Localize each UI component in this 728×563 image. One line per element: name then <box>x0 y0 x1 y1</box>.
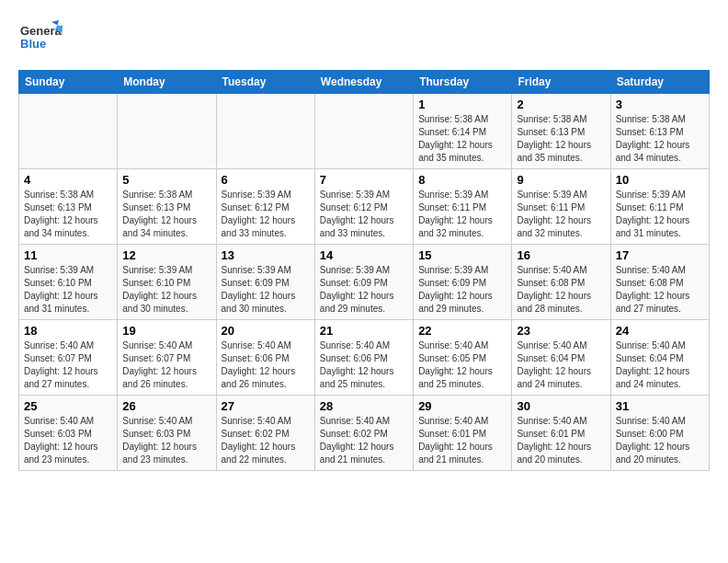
day-number: 5 <box>122 173 210 187</box>
day-info: Sunrise: 5:40 AM Sunset: 6:05 PM Dayligh… <box>418 339 506 391</box>
day-info: Sunrise: 5:40 AM Sunset: 6:02 PM Dayligh… <box>320 415 408 466</box>
day-number: 31 <box>616 399 704 413</box>
day-number: 25 <box>24 399 112 413</box>
calendar-cell: 2Sunrise: 5:38 AM Sunset: 6:13 PM Daylig… <box>512 94 610 169</box>
calendar-cell: 10Sunrise: 5:39 AM Sunset: 6:11 PM Dayli… <box>610 169 709 245</box>
day-info: Sunrise: 5:39 AM Sunset: 6:11 PM Dayligh… <box>517 189 605 240</box>
calendar-body: 1Sunrise: 5:38 AM Sunset: 6:14 PM Daylig… <box>19 94 710 471</box>
day-info: Sunrise: 5:38 AM Sunset: 6:14 PM Dayligh… <box>418 113 506 165</box>
day-number: 12 <box>122 248 210 262</box>
week-row-2: 4Sunrise: 5:38 AM Sunset: 6:13 PM Daylig… <box>19 169 710 245</box>
day-info: Sunrise: 5:39 AM Sunset: 6:11 PM Dayligh… <box>616 189 704 240</box>
day-info: Sunrise: 5:38 AM Sunset: 6:13 PM Dayligh… <box>122 189 210 240</box>
calendar-cell: 12Sunrise: 5:39 AM Sunset: 6:10 PM Dayli… <box>118 245 216 320</box>
day-number: 13 <box>222 248 310 262</box>
calendar-cell: 22Sunrise: 5:40 AM Sunset: 6:05 PM Dayli… <box>414 320 512 396</box>
calendar-cell: 8Sunrise: 5:39 AM Sunset: 6:11 PM Daylig… <box>414 169 512 245</box>
calendar-cell: 9Sunrise: 5:39 AM Sunset: 6:11 PM Daylig… <box>512 169 610 245</box>
header-row: SundayMondayTuesdayWednesdayThursdayFrid… <box>19 71 710 94</box>
calendar-cell: 28Sunrise: 5:40 AM Sunset: 6:02 PM Dayli… <box>314 396 413 471</box>
day-number: 1 <box>418 98 506 111</box>
calendar-cell: 14Sunrise: 5:39 AM Sunset: 6:09 PM Dayli… <box>314 245 413 320</box>
day-number: 17 <box>616 248 704 262</box>
calendar-cell: 24Sunrise: 5:40 AM Sunset: 6:04 PM Dayli… <box>610 320 709 396</box>
day-info: Sunrise: 5:40 AM Sunset: 6:07 PM Dayligh… <box>24 339 112 391</box>
day-number: 11 <box>24 248 112 262</box>
day-number: 2 <box>517 98 605 111</box>
calendar-cell: 15Sunrise: 5:39 AM Sunset: 6:09 PM Dayli… <box>414 245 512 320</box>
logo: General Blue <box>18 15 63 63</box>
day-number: 3 <box>616 98 704 111</box>
day-info: Sunrise: 5:39 AM Sunset: 6:09 PM Dayligh… <box>222 264 310 316</box>
day-info: Sunrise: 5:39 AM Sunset: 6:10 PM Dayligh… <box>122 264 210 316</box>
calendar-cell: 17Sunrise: 5:40 AM Sunset: 6:08 PM Dayli… <box>610 245 709 320</box>
day-number: 16 <box>517 248 605 262</box>
header-day-thursday: Thursday <box>414 71 512 94</box>
header-day-sunday: Sunday <box>19 71 118 94</box>
day-number: 21 <box>320 324 408 338</box>
calendar-cell: 21Sunrise: 5:40 AM Sunset: 6:06 PM Dayli… <box>314 320 413 396</box>
day-number: 29 <box>418 399 506 413</box>
day-info: Sunrise: 5:40 AM Sunset: 6:00 PM Dayligh… <box>616 415 704 466</box>
calendar-cell: 5Sunrise: 5:38 AM Sunset: 6:13 PM Daylig… <box>118 169 216 245</box>
calendar-cell: 6Sunrise: 5:39 AM Sunset: 6:12 PM Daylig… <box>216 169 314 245</box>
day-info: Sunrise: 5:40 AM Sunset: 6:04 PM Dayligh… <box>616 339 704 391</box>
calendar-header: SundayMondayTuesdayWednesdayThursdayFrid… <box>19 71 710 94</box>
day-info: Sunrise: 5:40 AM Sunset: 6:08 PM Dayligh… <box>517 264 605 316</box>
calendar-cell: 19Sunrise: 5:40 AM Sunset: 6:07 PM Dayli… <box>118 320 216 396</box>
day-info: Sunrise: 5:39 AM Sunset: 6:12 PM Dayligh… <box>320 189 408 240</box>
day-info: Sunrise: 5:40 AM Sunset: 6:02 PM Dayligh… <box>222 415 310 466</box>
calendar-cell: 26Sunrise: 5:40 AM Sunset: 6:03 PM Dayli… <box>118 396 216 471</box>
day-number: 10 <box>616 173 704 187</box>
day-number: 9 <box>517 173 605 187</box>
day-info: Sunrise: 5:38 AM Sunset: 6:13 PM Dayligh… <box>517 113 605 165</box>
calendar-cell: 25Sunrise: 5:40 AM Sunset: 6:03 PM Dayli… <box>19 396 118 471</box>
day-info: Sunrise: 5:39 AM Sunset: 6:12 PM Dayligh… <box>222 189 310 240</box>
calendar-cell: 31Sunrise: 5:40 AM Sunset: 6:00 PM Dayli… <box>610 396 709 471</box>
calendar-cell <box>19 94 118 169</box>
day-info: Sunrise: 5:39 AM Sunset: 6:11 PM Dayligh… <box>418 189 506 240</box>
day-info: Sunrise: 5:40 AM Sunset: 6:08 PM Dayligh… <box>616 264 704 316</box>
week-row-3: 11Sunrise: 5:39 AM Sunset: 6:10 PM Dayli… <box>19 245 710 320</box>
header-day-saturday: Saturday <box>610 71 709 94</box>
header-day-friday: Friday <box>512 71 610 94</box>
day-number: 30 <box>517 399 605 413</box>
header-day-tuesday: Tuesday <box>216 71 314 94</box>
day-info: Sunrise: 5:40 AM Sunset: 6:06 PM Dayligh… <box>320 339 408 391</box>
day-number: 22 <box>418 324 506 338</box>
day-number: 19 <box>122 324 210 338</box>
day-info: Sunrise: 5:38 AM Sunset: 6:13 PM Dayligh… <box>616 113 704 165</box>
calendar-cell: 7Sunrise: 5:39 AM Sunset: 6:12 PM Daylig… <box>314 169 413 245</box>
calendar-cell: 4Sunrise: 5:38 AM Sunset: 6:13 PM Daylig… <box>19 169 118 245</box>
day-number: 24 <box>616 324 704 338</box>
header-day-wednesday: Wednesday <box>314 71 413 94</box>
calendar-cell <box>314 94 413 169</box>
day-number: 4 <box>24 173 112 187</box>
calendar-cell: 20Sunrise: 5:40 AM Sunset: 6:06 PM Dayli… <box>216 320 314 396</box>
day-number: 18 <box>24 324 112 338</box>
day-info: Sunrise: 5:40 AM Sunset: 6:06 PM Dayligh… <box>222 339 310 391</box>
svg-text:Blue: Blue <box>20 37 46 51</box>
day-info: Sunrise: 5:40 AM Sunset: 6:04 PM Dayligh… <box>517 339 605 391</box>
day-info: Sunrise: 5:40 AM Sunset: 6:01 PM Dayligh… <box>517 415 605 466</box>
day-number: 8 <box>418 173 506 187</box>
logo-icon: General Blue <box>18 15 63 59</box>
calendar-cell: 29Sunrise: 5:40 AM Sunset: 6:01 PM Dayli… <box>414 396 512 471</box>
calendar-cell <box>118 94 216 169</box>
day-number: 14 <box>320 248 408 262</box>
calendar-cell: 11Sunrise: 5:39 AM Sunset: 6:10 PM Dayli… <box>19 245 118 320</box>
day-number: 7 <box>320 173 408 187</box>
day-number: 28 <box>320 399 408 413</box>
calendar-cell: 18Sunrise: 5:40 AM Sunset: 6:07 PM Dayli… <box>19 320 118 396</box>
header-day-monday: Monday <box>118 71 216 94</box>
day-number: 15 <box>418 248 506 262</box>
day-number: 6 <box>222 173 310 187</box>
calendar-table: SundayMondayTuesdayWednesdayThursdayFrid… <box>18 70 710 471</box>
day-info: Sunrise: 5:40 AM Sunset: 6:03 PM Dayligh… <box>122 415 210 466</box>
day-info: Sunrise: 5:40 AM Sunset: 6:07 PM Dayligh… <box>122 339 210 391</box>
calendar-cell: 23Sunrise: 5:40 AM Sunset: 6:04 PM Dayli… <box>512 320 610 396</box>
calendar-cell: 27Sunrise: 5:40 AM Sunset: 6:02 PM Dayli… <box>216 396 314 471</box>
calendar-cell <box>216 94 314 169</box>
week-row-5: 25Sunrise: 5:40 AM Sunset: 6:03 PM Dayli… <box>19 396 710 471</box>
calendar-cell: 16Sunrise: 5:40 AM Sunset: 6:08 PM Dayli… <box>512 245 610 320</box>
